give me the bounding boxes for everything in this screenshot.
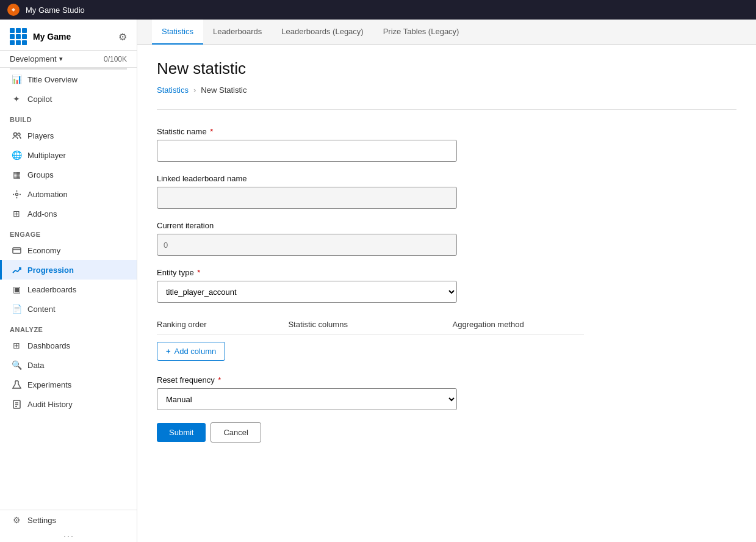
form-group-statistic-name: Statistic name *: [157, 127, 736, 162]
reset-frequency-select[interactable]: Manual Hour Day Week Month: [157, 388, 457, 410]
section-analyze: ANALYZE: [0, 319, 137, 336]
linked-leaderboard-input[interactable]: [157, 187, 457, 209]
sidebar-label-content: Content: [27, 305, 56, 314]
sidebar-settings-section: ⚙ Settings ⋯: [0, 510, 137, 542]
entity-type-select[interactable]: title_player_account master_player_accou…: [157, 281, 457, 303]
players-icon: [12, 131, 21, 140]
cancel-button[interactable]: Cancel: [211, 422, 261, 443]
sidebar-item-progression[interactable]: Progression: [0, 260, 137, 280]
sidebar-item-settings[interactable]: ⚙ Settings: [0, 510, 137, 530]
tab-bar: Statistics Leaderboards Leaderboards (Le…: [137, 20, 756, 45]
col-header-ranking-order: Ranking order: [157, 315, 288, 334]
statistic-name-label: Statistic name *: [157, 127, 736, 136]
sidebar-item-title-overview[interactable]: 📊 Title Overview: [0, 70, 137, 89]
sidebar-label-multiplayer: Multiplayer: [27, 151, 66, 160]
breadcrumb-parent[interactable]: Statistics: [157, 85, 189, 95]
sidebar-item-addons[interactable]: ⊞ Add-ons: [0, 204, 137, 223]
breadcrumb-current: New Statistic: [201, 85, 247, 95]
groups-icon: ▦: [12, 170, 21, 179]
linked-leaderboard-label: Linked leaderboard name: [157, 174, 736, 183]
divider: [157, 109, 736, 110]
sidebar-label-progression: Progression: [27, 266, 74, 275]
submit-button[interactable]: Submit: [157, 423, 206, 442]
data-icon: 🔍: [12, 360, 21, 370]
leaderboards-icon: ▣: [12, 284, 21, 294]
game-name: My Game: [33, 32, 71, 42]
sidebar-label-title-overview: Title Overview: [27, 75, 77, 84]
section-engage: ENGAGE: [0, 223, 137, 240]
section-build: BUILD: [0, 109, 137, 126]
sidebar-item-data[interactable]: 🔍 Data: [0, 355, 137, 375]
sidebar: My Game ⚙ Development ▾ 0/100K 📊 Title O…: [0, 20, 137, 542]
tab-leaderboards-legacy[interactable]: Leaderboards (Legacy): [272, 20, 373, 45]
sidebar-label-addons: Add-ons: [27, 209, 57, 219]
sidebar-item-content[interactable]: 📄 Content: [0, 299, 137, 319]
economy-icon: [12, 245, 21, 255]
breadcrumb: Statistics › New Statistic: [157, 85, 736, 95]
svg-rect-4: [13, 248, 21, 253]
statistic-name-input[interactable]: [157, 140, 457, 162]
form-group-reset-frequency: Reset frequency * Manual Hour Day Week M…: [157, 375, 736, 410]
entity-type-required-marker: *: [197, 268, 200, 277]
environment-label: Development: [10, 54, 57, 63]
copilot-icon: ✦: [12, 94, 21, 104]
required-marker: *: [210, 127, 213, 136]
sidebar-item-dashboards[interactable]: ⊞ Dashboards: [0, 336, 137, 355]
tab-leaderboards[interactable]: Leaderboards: [203, 20, 272, 45]
form-buttons: Submit Cancel: [157, 422, 736, 443]
sidebar-label-groups: Groups: [27, 170, 54, 179]
content-area: Statistics Leaderboards Leaderboards (Le…: [137, 20, 756, 542]
tab-prize-tables-legacy[interactable]: Prize Tables (Legacy): [373, 20, 469, 45]
sidebar-item-experiments[interactable]: Experiments: [0, 375, 137, 394]
sidebar-item-audit-history[interactable]: Audit History: [0, 394, 137, 414]
multiplayer-icon: 🌐: [12, 150, 21, 160]
form-group-current-iteration: Current iteration: [157, 221, 736, 256]
sidebar-label-players: Players: [27, 131, 54, 140]
reset-frequency-required-marker: *: [218, 375, 221, 385]
page-title: New statistic: [157, 59, 736, 78]
dashboards-icon: ⊞: [12, 341, 21, 350]
add-column-button[interactable]: + Add column: [157, 342, 225, 361]
content-icon: 📄: [12, 304, 21, 314]
sidebar-label-copilot: Copilot: [27, 95, 52, 104]
page-content: New statistic Statistics › New Statistic…: [137, 45, 756, 542]
env-dropdown-icon: ▾: [59, 55, 63, 63]
topbar: My Game Studio: [0, 0, 756, 20]
resize-handle[interactable]: ⋯: [0, 530, 137, 542]
environment-selector[interactable]: Development ▾ 0/100K: [0, 51, 137, 68]
svg-point-1: [13, 132, 16, 136]
svg-point-3: [15, 193, 18, 195]
sidebar-item-leaderboards[interactable]: ▣ Leaderboards: [0, 280, 137, 299]
form-group-entity-type: Entity type * title_player_account maste…: [157, 268, 736, 303]
studio-title: My Game Studio: [26, 5, 85, 15]
sidebar-header: My Game ⚙: [0, 20, 137, 51]
breadcrumb-separator: ›: [193, 85, 196, 95]
settings-gear-icon[interactable]: ⚙: [118, 31, 127, 43]
progression-icon: [12, 265, 21, 275]
chart-icon: 📊: [12, 74, 21, 84]
settings-icon: ⚙: [12, 515, 21, 525]
app-logo: [7, 4, 20, 16]
sidebar-label-data: Data: [27, 361, 44, 370]
col-header-aggregation-method: Aggregation method: [453, 315, 584, 334]
experiments-icon: [12, 380, 21, 389]
current-iteration-label: Current iteration: [157, 221, 736, 230]
usage-count: 0/100K: [104, 55, 127, 63]
sidebar-item-groups[interactable]: ▦ Groups: [0, 165, 137, 184]
automation-icon: [12, 189, 21, 199]
sidebar-item-economy[interactable]: Economy: [0, 240, 137, 260]
sidebar-label-economy: Economy: [27, 246, 60, 255]
sidebar-label-automation: Automation: [27, 190, 68, 199]
sidebar-label-experiments: Experiments: [27, 380, 71, 389]
columns-table: Ranking order Statistic columns Aggregat…: [157, 315, 584, 334]
addons-icon: ⊞: [12, 209, 21, 219]
sidebar-item-copilot[interactable]: ✦ Copilot: [0, 89, 137, 109]
entity-type-label: Entity type *: [157, 268, 736, 277]
col-header-statistic-columns: Statistic columns: [288, 315, 452, 334]
tab-statistics[interactable]: Statistics: [152, 20, 203, 45]
sidebar-item-players[interactable]: Players: [0, 126, 137, 145]
add-column-icon: +: [166, 347, 171, 356]
sidebar-item-automation[interactable]: Automation: [0, 184, 137, 204]
reset-frequency-label: Reset frequency *: [157, 375, 736, 385]
sidebar-item-multiplayer[interactable]: 🌐 Multiplayer: [0, 145, 137, 165]
